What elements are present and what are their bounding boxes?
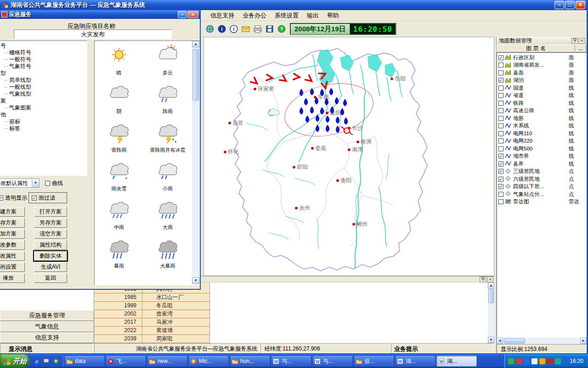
tray-icon-5[interactable] bbox=[547, 358, 553, 364]
rain-drop-symbol[interactable] bbox=[305, 115, 309, 123]
scroll-down-icon[interactable]: ▼ bbox=[192, 277, 199, 284]
layer-row-12[interactable]: 电网500线 bbox=[497, 145, 586, 153]
rain-drop-symbol[interactable] bbox=[326, 125, 329, 132]
curve-checkbox[interactable] bbox=[45, 181, 50, 186]
media-player-icon[interactable] bbox=[52, 357, 60, 365]
layer-checkbox[interactable] bbox=[498, 86, 503, 91]
emergency-service-management-button[interactable]: 应急服务管理 bbox=[0, 310, 94, 321]
plan-button-left-1[interactable]: 存方案 bbox=[0, 218, 25, 228]
layer-row-8[interactable]: 地形线 bbox=[497, 115, 586, 122]
taskbar-item-9[interactable]: W湖... bbox=[436, 356, 477, 367]
message-vertical-scrollbar[interactable]: ▲ ▼ bbox=[488, 282, 494, 343]
layer-row-13[interactable]: ✓地市界线 bbox=[497, 153, 586, 161]
layer-checkbox[interactable]: ✓ bbox=[498, 177, 503, 182]
weather-info-button[interactable]: 气象信息 bbox=[0, 321, 94, 332]
layer-row-7[interactable]: 高速公路线 bbox=[497, 107, 586, 115]
tray-icon-2[interactable] bbox=[524, 358, 530, 364]
ie-icon[interactable]: e bbox=[33, 357, 41, 365]
info-support-button[interactable]: 信息支持 bbox=[0, 332, 94, 343]
layer-name-column-header[interactable]: 图 层 名 bbox=[497, 45, 575, 52]
pin-icon[interactable] bbox=[480, 276, 486, 282]
layer-checkbox[interactable] bbox=[498, 138, 503, 144]
plan-button-right-3[interactable]: 属性结构 bbox=[34, 240, 67, 250]
weather-symbol-storm[interactable]: 暴雨 bbox=[95, 235, 143, 274]
weather-symbol-rain-heavy[interactable]: 大雨 bbox=[143, 196, 192, 235]
scrollbar-thumb[interactable] bbox=[192, 49, 199, 101]
close-button[interactable]: × bbox=[187, 11, 198, 18]
rain-drop-symbol[interactable] bbox=[310, 106, 314, 114]
weather-symbol-sleet[interactable]: *雨夹雪 bbox=[95, 158, 143, 196]
globe-icon[interactable] bbox=[204, 23, 215, 34]
rain-drop-symbol[interactable] bbox=[329, 88, 333, 95]
rain-drop-symbol[interactable] bbox=[320, 107, 324, 115]
curve-checkbox-wrap[interactable]: 曲线 bbox=[45, 179, 63, 187]
face-filter-checkbox-wrap[interactable]: ✓ 面过滤 bbox=[28, 192, 67, 203]
tree-item[interactable]: 一般符号 bbox=[0, 56, 87, 63]
scrollbar-thumb[interactable] bbox=[488, 289, 494, 303]
rain-drop-symbol[interactable] bbox=[330, 106, 334, 114]
layer-checkbox[interactable] bbox=[498, 123, 503, 128]
wind-symbol[interactable] bbox=[266, 74, 272, 81]
plan-button-left-0[interactable]: 建方案 bbox=[0, 207, 25, 217]
layer-row-4[interactable]: 国道线 bbox=[497, 84, 586, 92]
rain-drop-symbol[interactable] bbox=[304, 98, 308, 105]
transparent-checkbox-wrap[interactable]: ✓ 透明显示 bbox=[0, 194, 27, 202]
layer-row-15[interactable]: ✓三级居民地点 bbox=[497, 168, 586, 176]
layer-row-10[interactable]: 电网110线 bbox=[497, 130, 586, 138]
wind-symbol[interactable] bbox=[293, 73, 300, 80]
taskbar-item-7[interactable]: 设... bbox=[354, 356, 394, 367]
layer-checkbox[interactable]: ✓ bbox=[498, 184, 503, 189]
rain-drop-symbol[interactable] bbox=[344, 117, 348, 125]
layer-row-14[interactable]: ✓县界线 bbox=[497, 160, 586, 168]
print-icon[interactable] bbox=[252, 23, 263, 34]
wind-symbol[interactable] bbox=[318, 71, 327, 80]
chevron-down-icon[interactable]: ▼ bbox=[32, 179, 39, 187]
rain-drop-symbol[interactable] bbox=[315, 97, 318, 104]
layer-checkbox[interactable]: ✓ bbox=[498, 154, 503, 159]
export-icon[interactable] bbox=[264, 23, 275, 34]
tray-icon-4[interactable] bbox=[539, 358, 545, 364]
layer-checkbox[interactable] bbox=[498, 146, 503, 151]
plan-button-right-6[interactable]: 返回 bbox=[34, 273, 67, 283]
layer-checkbox[interactable] bbox=[498, 199, 503, 204]
menu-item-3[interactable]: 输出 bbox=[303, 10, 323, 21]
layer-checkbox[interactable] bbox=[498, 70, 503, 75]
plan-button-left-3[interactable]: 改参数 bbox=[0, 240, 25, 250]
layer-checkbox[interactable] bbox=[498, 116, 503, 121]
plan-button-right-2[interactable]: 清空方案 bbox=[34, 229, 67, 239]
weather-symbol-thunder-hail[interactable]: 雷阵雨并有冰雹 bbox=[143, 119, 192, 158]
layer-checkbox[interactable] bbox=[498, 108, 503, 113]
taskbar-item-6[interactable]: W与... bbox=[312, 356, 353, 367]
layer-row-18[interactable]: 气象站点分...点 bbox=[497, 190, 586, 198]
wind-symbol[interactable] bbox=[250, 77, 259, 86]
layer-row-3[interactable]: ✓湖泊面 bbox=[497, 77, 586, 85]
table-row[interactable]: 2039周家咀 bbox=[94, 335, 209, 343]
layer-checkbox[interactable] bbox=[498, 192, 503, 197]
menu-item-4[interactable]: 帮助 bbox=[323, 10, 343, 21]
weather-scrollbar[interactable]: ▲ ▼ bbox=[192, 41, 199, 285]
weather-symbol-rain-light[interactable]: 小雨 bbox=[143, 158, 192, 196]
plan-button-left-6[interactable]: 播放 bbox=[0, 273, 25, 283]
plan-button-left-4[interactable]: 改属性 bbox=[0, 251, 25, 261]
layers-horizontal-scrollbar[interactable]: ◄ ► bbox=[497, 338, 587, 344]
weather-symbol-storm-heavy[interactable]: 大暴雨 bbox=[143, 235, 192, 274]
layer-checkbox[interactable] bbox=[498, 93, 503, 98]
table-row[interactable]: 2017马家冲 bbox=[94, 318, 209, 327]
tray-icon-0[interactable] bbox=[508, 358, 514, 364]
plan-button-right-1[interactable]: 另存方案 bbox=[34, 218, 67, 228]
layer-checkbox[interactable] bbox=[498, 131, 503, 136]
rain-drop-symbol[interactable] bbox=[316, 125, 319, 132]
weather-symbol-cloud[interactable]: 阴 bbox=[95, 80, 143, 119]
taskbar-item-8[interactable]: W湖... bbox=[395, 356, 435, 367]
close-icon[interactable]: × bbox=[579, 38, 585, 44]
face-filter-checkbox[interactable]: ✓ bbox=[32, 196, 37, 201]
table-row[interactable]: 2002曾家湾 bbox=[94, 310, 209, 318]
menu-item-1[interactable]: 业务办公 bbox=[238, 10, 271, 21]
tree-item[interactable]: 号 bbox=[0, 42, 87, 49]
layer-row-5[interactable]: 省道线 bbox=[497, 92, 586, 100]
table-row[interactable]: 2022黄坡塘 bbox=[94, 327, 209, 335]
rain-drop-symbol[interactable] bbox=[326, 115, 329, 123]
info-icon[interactable]: i bbox=[216, 23, 227, 34]
tray-icon-1[interactable] bbox=[516, 358, 522, 364]
taskbar-item-2[interactable]: new... bbox=[147, 356, 187, 367]
